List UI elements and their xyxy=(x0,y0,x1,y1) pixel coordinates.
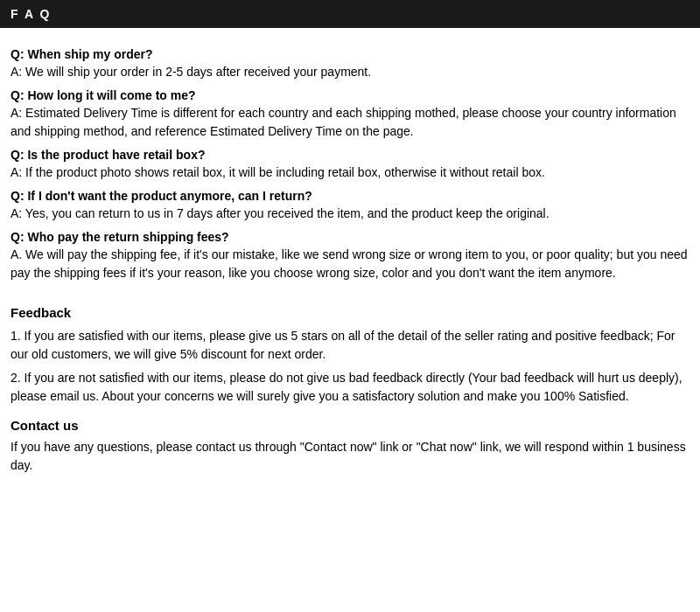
contact-title: Contact us xyxy=(10,418,690,433)
contact-section: Contact us If you have any questions, pl… xyxy=(0,414,700,478)
answer-2: A: Estimated Delivery Time is different … xyxy=(10,104,690,141)
faq-title: F A Q xyxy=(10,7,51,21)
question-1: Q: When ship my order? xyxy=(10,47,690,61)
question-3: Q: Is the product have retail box? xyxy=(10,148,690,162)
answer-1: A: We will ship your order in 2-5 days a… xyxy=(10,63,690,81)
feedback-item-1: 1. If you are satisfied with our items, … xyxy=(10,327,690,364)
question-4: Q: If I don't want the product anymore, … xyxy=(10,189,690,203)
question-5: Q: Who pay the return shipping fees? xyxy=(10,230,690,244)
faq-section: Q: When ship my order? A: We will ship y… xyxy=(0,37,700,291)
feedback-section: Feedback 1. If you are satisfied with ou… xyxy=(0,296,700,414)
contact-text: If you have any questions, please contac… xyxy=(10,438,690,475)
faq-header: F A Q xyxy=(0,0,700,28)
answer-4: A: Yes, you can return to us in 7 days a… xyxy=(10,205,690,223)
feedback-title: Feedback xyxy=(10,305,690,320)
answer-5: A. We will pay the shipping fee, if it's… xyxy=(10,246,690,282)
feedback-item-2: 2. If you are not satisfied with our ite… xyxy=(10,369,690,406)
page-container: F A Q Q: When ship my order? A: We will … xyxy=(0,0,700,478)
answer-3: A: If the product photo shows retail box… xyxy=(10,163,690,182)
question-2: Q: How long it will come to me? xyxy=(10,88,690,102)
